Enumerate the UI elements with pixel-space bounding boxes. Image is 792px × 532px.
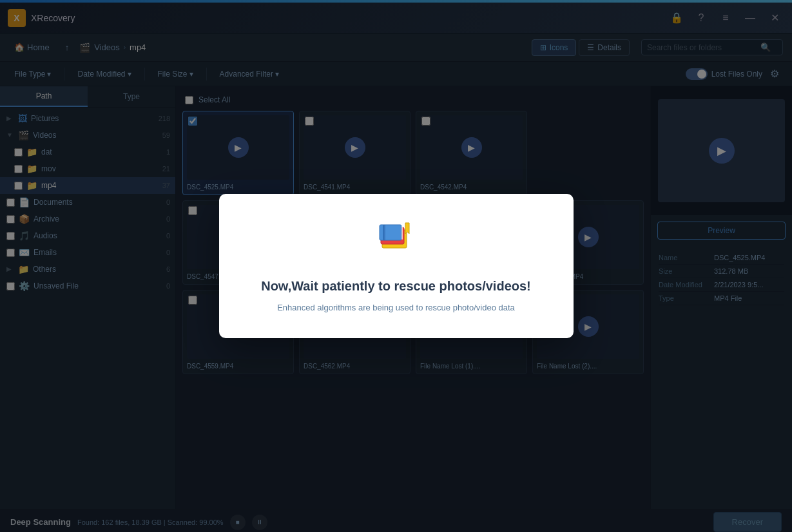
- modal-title: Now,Wait patiently to rescue photos/vide…: [251, 279, 541, 294]
- modal-icon: [251, 220, 541, 266]
- svg-marker-6: [405, 223, 409, 234]
- modal-subtitle: Enhanced algorithms are being used to re…: [251, 303, 541, 312]
- svg-rect-5: [401, 225, 403, 240]
- modal-dialog: Now,Wait patiently to rescue photos/vide…: [219, 194, 574, 338]
- modal-overlay: Now,Wait patiently to rescue photos/vide…: [0, 0, 792, 532]
